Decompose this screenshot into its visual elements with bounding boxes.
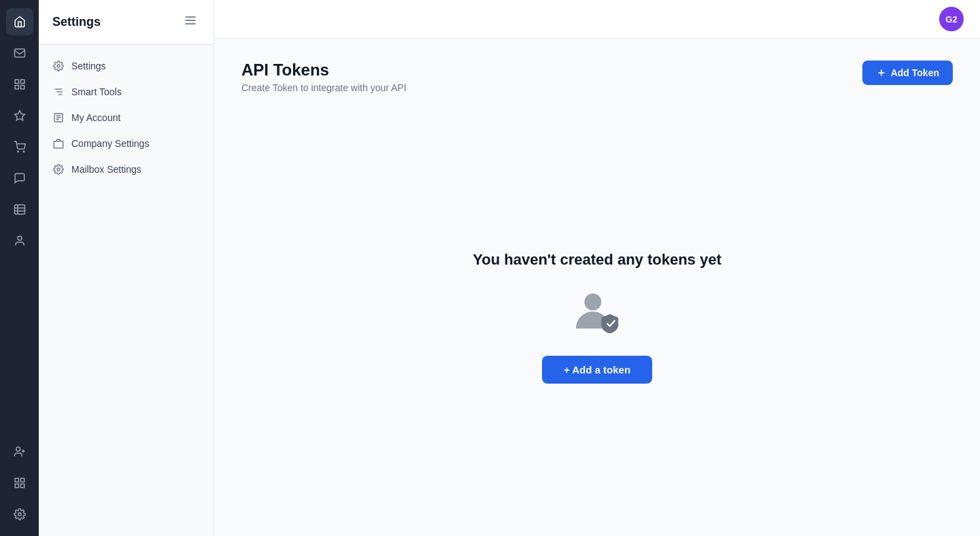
svg-marker-5 (14, 111, 24, 120)
add-token-button[interactable]: Add Token (862, 61, 953, 85)
empty-state: You haven't created any tokens yet + Add… (241, 120, 953, 514)
sidebar-item-label: Company Settings (71, 138, 149, 149)
svg-point-7 (23, 151, 24, 152)
svg-rect-3 (15, 86, 18, 89)
svg-rect-18 (15, 484, 18, 488)
sidebar-item-settings[interactable]: Settings (39, 53, 214, 79)
grid-icon[interactable] (6, 469, 33, 497)
svg-point-20 (18, 513, 21, 516)
settings-navigation: Settings Smart Tools My Account Company … (39, 45, 214, 190)
svg-point-6 (18, 151, 19, 152)
page-title-section: API Tokens Create Token to integrate wit… (241, 61, 407, 93)
table-icon[interactable] (6, 196, 33, 223)
sidebar-header: Settings (39, 0, 214, 45)
sidebar-item-label: Smart Tools (71, 86, 122, 97)
cart-icon[interactable] (6, 133, 33, 161)
page-title: API Tokens (241, 61, 407, 80)
content-area: API Tokens Create Token to integrate wit… (214, 39, 980, 536)
settings-sidebar: Settings Settings Smart Tools My Account (39, 0, 214, 536)
icon-navigation (0, 0, 39, 536)
svg-point-33 (57, 168, 60, 171)
my-account-icon (52, 112, 65, 124)
api-token-illustration (570, 285, 624, 339)
sidebar-item-my-account[interactable]: My Account (39, 105, 214, 131)
settings-item-icon (52, 60, 65, 72)
user-avatar[interactable]: G2 (939, 7, 964, 31)
main-content: G2 API Tokens Create Token to integrate … (214, 0, 980, 536)
svg-rect-32 (54, 141, 63, 148)
star-icon[interactable] (6, 102, 33, 129)
chart-icon[interactable] (6, 71, 33, 98)
empty-state-title: You haven't created any tokens yet (473, 251, 722, 269)
svg-point-24 (57, 65, 60, 67)
sidebar-item-label: My Account (71, 112, 120, 123)
add-token-center-button[interactable]: + Add a token (542, 356, 652, 384)
svg-rect-1 (15, 80, 18, 83)
contacts-icon[interactable] (6, 227, 33, 254)
sidebar-item-label: Settings (71, 61, 106, 71)
svg-rect-17 (20, 478, 24, 482)
sidebar-title: Settings (52, 15, 101, 29)
svg-rect-2 (20, 80, 24, 83)
chat-icon[interactable] (6, 165, 33, 192)
plus-icon (876, 67, 887, 78)
svg-point-36 (584, 293, 601, 310)
sidebar-item-mailbox-settings[interactable]: Mailbox Settings (39, 156, 214, 182)
page-subtitle: Create Token to integrate with your API (241, 82, 407, 93)
svg-point-13 (16, 447, 20, 451)
mailbox-settings-icon (52, 163, 65, 175)
sidebar-item-label: Mailbox Settings (71, 164, 141, 175)
svg-rect-0 (14, 49, 24, 57)
hamburger-button[interactable] (181, 11, 200, 33)
main-header: G2 (214, 0, 980, 39)
svg-rect-19 (20, 484, 24, 488)
svg-rect-8 (14, 205, 24, 214)
svg-point-12 (18, 236, 22, 240)
home-icon[interactable] (6, 8, 33, 35)
svg-rect-16 (15, 478, 18, 482)
company-settings-icon (52, 137, 65, 150)
sidebar-item-smart-tools[interactable]: Smart Tools (39, 79, 214, 105)
settings-nav-icon[interactable] (6, 501, 33, 528)
smart-tools-icon (52, 86, 65, 98)
svg-rect-4 (20, 86, 24, 89)
mail-icon[interactable] (6, 39, 33, 67)
content-top-bar: API Tokens Create Token to integrate wit… (241, 61, 953, 93)
add-user-icon[interactable] (6, 438, 33, 465)
sidebar-item-company-settings[interactable]: Company Settings (39, 131, 214, 156)
